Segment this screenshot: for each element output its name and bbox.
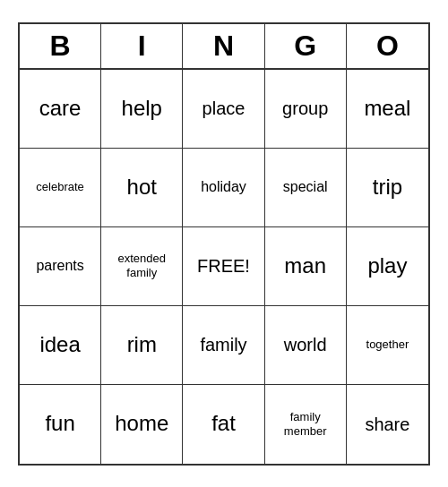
bingo-cell: world [265, 306, 347, 385]
bingo-cell: idea [20, 306, 101, 385]
cell-text: family member [269, 410, 342, 438]
bingo-cell: together [347, 306, 428, 385]
cell-text: celebrate [36, 180, 83, 194]
bingo-cell: trip [347, 149, 428, 227]
bingo-cell: play [347, 227, 428, 306]
bingo-cell: home [101, 385, 183, 464]
cell-text: parents [36, 257, 83, 274]
bingo-cell: family [183, 306, 264, 385]
bingo-cell: share [347, 385, 428, 464]
bingo-cell: celebrate [20, 149, 101, 227]
cell-text: rim [127, 332, 157, 358]
bingo-cell: FREE! [183, 227, 264, 306]
bingo-grid: carehelpplacegroupmealcelebratehotholida… [20, 70, 428, 464]
bingo-cell: meal [347, 70, 428, 149]
header-letter: G [265, 24, 347, 68]
header-letter: N [183, 24, 264, 68]
header-letter: O [347, 24, 428, 68]
bingo-cell: hot [101, 149, 183, 227]
cell-text: trip [373, 175, 402, 201]
cell-text: holiday [201, 178, 246, 195]
cell-text: idea [39, 332, 80, 358]
bingo-cell: fat [183, 385, 264, 464]
header-letter: I [101, 24, 183, 68]
bingo-cell: fun [20, 385, 101, 464]
cell-text: man [284, 253, 326, 279]
bingo-cell: family member [265, 385, 347, 464]
cell-text: help [122, 96, 162, 122]
cell-text: extended family [105, 252, 178, 279]
cell-text: place [202, 98, 246, 119]
bingo-cell: care [20, 70, 101, 149]
bingo-card: BINGO carehelpplacegroupmealcelebratehot… [18, 22, 430, 466]
cell-text: fun [45, 411, 74, 437]
cell-text: share [365, 414, 409, 435]
cell-text: hot [127, 175, 157, 201]
bingo-header: BINGO [20, 24, 428, 70]
cell-text: FREE! [197, 255, 250, 277]
bingo-cell: holiday [183, 149, 264, 227]
cell-text: family [200, 334, 246, 355]
bingo-cell: special [265, 149, 347, 227]
bingo-cell: rim [101, 306, 183, 385]
bingo-cell: place [183, 70, 264, 149]
cell-text: fat [211, 411, 236, 437]
bingo-cell: man [265, 227, 347, 306]
bingo-cell: help [101, 70, 183, 149]
cell-text: special [283, 178, 328, 195]
bingo-cell: parents [20, 227, 101, 306]
cell-text: world [284, 334, 327, 355]
cell-text: care [39, 96, 82, 122]
cell-text: home [115, 411, 168, 437]
bingo-cell: extended family [101, 227, 183, 306]
cell-text: group [282, 98, 328, 119]
bingo-cell: group [265, 70, 347, 149]
cell-text: meal [364, 96, 410, 122]
cell-text: play [367, 253, 407, 279]
cell-text: together [366, 337, 409, 352]
header-letter: B [20, 24, 101, 68]
